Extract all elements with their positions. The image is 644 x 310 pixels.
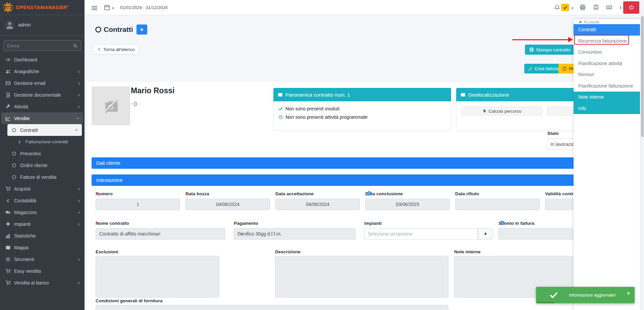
sidebar-item-label: Fatturazione contratti (25, 139, 68, 144)
angle-icon (17, 139, 22, 145)
sidebar-item-contabilit[interactable]: Contabilità ‹ (0, 195, 85, 206)
create-invoice-button[interactable]: Crea fattura (524, 64, 562, 73)
nome-contratto-input[interactable]: Contratto di affitto macchinari (96, 228, 225, 240)
plugin-item-consuntivo[interactable]: Consuntivo (574, 47, 640, 58)
sidebar-item-easy-vendita[interactable]: Easy vendita (0, 265, 85, 277)
search-button[interactable] (70, 41, 81, 51)
overview-panel: Panoramica contratto num. 1 Non sono pre… (273, 88, 451, 131)
add-impianto-button[interactable]: + (478, 228, 493, 240)
plugin-item-rinnovi[interactable]: Rinnovi (574, 69, 640, 81)
sidebar-item-gestione-documentale[interactable]: Gestione documentale ‹ (0, 89, 85, 101)
print-contract-button[interactable]: Stampa contratto▾ (525, 45, 581, 55)
customer-subtitle: - () (131, 101, 137, 106)
back-to-list-button[interactable]: Torna all'elenco (93, 44, 139, 54)
brand-name: OpenSTAManager® (16, 5, 69, 10)
status-check-badge[interactable] (561, 4, 569, 11)
overview-panel-body: Non sono presenti insoluti Non sono pres… (273, 101, 451, 131)
map-icon (461, 92, 466, 97)
sidebar-item-ordini-cliente[interactable]: Ordini cliente (0, 159, 85, 171)
sidebar-item-contratti[interactable]: Contratti ‹ (7, 124, 82, 136)
chevron-left-icon (97, 47, 101, 51)
condizioni-textarea[interactable] (96, 305, 448, 310)
plugin-item-pianificazione-fatturazione[interactable]: Pianificazione fatturazione (574, 81, 640, 92)
sidebar-item-strumenti[interactable]: Strumenti ‹ (0, 253, 85, 265)
sidebar-item-label: Dashboard (14, 57, 37, 62)
descrizione-textarea[interactable] (275, 256, 448, 298)
user-name: admin (18, 22, 31, 28)
sidebar-item-dashboard[interactable]: Dashboard (0, 54, 85, 65)
required-star (185, 191, 187, 196)
check-icon (549, 291, 558, 300)
add-record-button[interactable]: + (137, 24, 147, 35)
annotation-highlight-box (574, 35, 629, 45)
topbar: ▾ 01/01/2024 - 31/12/2024 ▾ i (85, 0, 644, 15)
user-block[interactable]: admin (0, 15, 85, 36)
route-signs-icon (482, 109, 487, 113)
data-conclusione-input[interactable]: 03/06/2025 (365, 199, 450, 210)
section-dati-cliente[interactable]: Dati cliente (92, 157, 629, 169)
print-icon[interactable] (580, 4, 586, 12)
circle-icon (11, 174, 17, 180)
chevron-left-icon: ‹ (78, 221, 80, 227)
map-icon (5, 245, 11, 250)
info-icon[interactable]: i (620, 4, 621, 10)
plugin-item-contratti[interactable]: Contratti (574, 24, 640, 36)
clock-icon (278, 115, 283, 119)
sidebar-item-attivit[interactable]: Attività ‹ (0, 101, 85, 112)
circle-icon (11, 151, 17, 156)
sidebar-item-label: Easy vendita (14, 268, 41, 274)
euro-icon (5, 198, 11, 203)
data-rifiuto-input[interactable] (455, 199, 540, 210)
pagamento-select[interactable]: Bonifico 30gg d.f.f.m. ▾ (234, 228, 356, 240)
sidebar-item-vendita-al-banco[interactable]: Vendita al banco ‹ (0, 277, 85, 289)
numero-input[interactable]: 1 (96, 199, 180, 210)
date-range[interactable]: 01/01/2024 - 31/12/2024 (120, 5, 168, 10)
plugin-item-note-interne[interactable]: Note interne (574, 92, 640, 103)
logout-power-button[interactable] (623, 1, 639, 14)
scrollbar-thumb[interactable] (641, 16, 644, 137)
sidebar-item-vendite[interactable]: Vendite ‹ (1, 112, 83, 124)
sidebar-item-label: Attività (14, 104, 28, 109)
help-icon[interactable] (500, 221, 504, 225)
sidebar: OSM OpenSTAManager® admin Dashboard Anag… (0, 0, 85, 310)
chevron-left-icon: ‹ (78, 92, 80, 98)
impianti-select[interactable]: Seleziona un'opzione (364, 228, 478, 240)
sidebar-item-label: Magazzino (14, 210, 37, 215)
help-icon[interactable] (367, 191, 371, 196)
search-input[interactable] (4, 41, 70, 51)
keyboard-icon[interactable] (606, 4, 612, 12)
sidebar-item-fatturazione-contratti[interactable]: Fatturazione contratti (0, 136, 85, 148)
sidebar-item-magazzino[interactable]: Magazzino ‹ (0, 206, 85, 218)
power-icon (629, 5, 634, 10)
page-scrollbar[interactable] (640, 0, 644, 310)
required-star (547, 131, 549, 136)
caret-down-icon: ▾ (240, 228, 242, 239)
badge-caret-icon[interactable]: ▾ (572, 6, 574, 10)
toast-close-icon[interactable]: × (627, 290, 630, 296)
data-bozza-input[interactable]: 04/06/2024 (185, 199, 270, 210)
data-accettazione-input[interactable]: 04/06/2024 (275, 199, 360, 210)
esclusioni-textarea[interactable] (96, 256, 219, 298)
calculate-route-button[interactable]: Calcola percorso (462, 107, 542, 115)
plugin-item-info[interactable]: Info (574, 103, 640, 114)
sidebar-item-preventivi[interactable]: Preventivi (0, 148, 85, 159)
sidebar-item-label: Preventivi (20, 151, 41, 156)
sidebar-item-acquisti[interactable]: Acquisti ‹ (0, 183, 85, 195)
plugin-panel-header: PLUGIN (574, 19, 640, 24)
brand[interactable]: OSM OpenSTAManager® (0, 0, 85, 15)
sidebar-item-mappa[interactable]: Mappa (0, 242, 85, 253)
chart-bar-icon (5, 233, 11, 239)
condizioni-label: Condizioni generali di fornitura (96, 298, 163, 303)
calendar-icon[interactable] (104, 4, 110, 12)
menu-toggle-icon[interactable] (92, 5, 97, 11)
sidebar-item-label: Vendita al banco (14, 280, 49, 286)
manual-book-icon[interactable] (593, 4, 599, 12)
sidebar-item-anagrafiche[interactable]: Anagrafiche ‹ (0, 65, 85, 77)
sidebar-item-statistiche[interactable]: Statistiche (0, 230, 85, 242)
section-intestazione[interactable]: Intestazione (92, 174, 629, 186)
sidebar-item-gestione-email[interactable]: Gestione email ‹ (0, 77, 85, 89)
sidebar-item-fatture-di-vendita[interactable]: Fatture di vendita (0, 171, 85, 183)
notifications-bell-icon[interactable] (554, 4, 560, 12)
sidebar-item-impianti[interactable]: Impianti ‹ (0, 218, 85, 230)
plugin-item-pianificazione-attivit[interactable]: Pianificazione attività (574, 58, 640, 69)
